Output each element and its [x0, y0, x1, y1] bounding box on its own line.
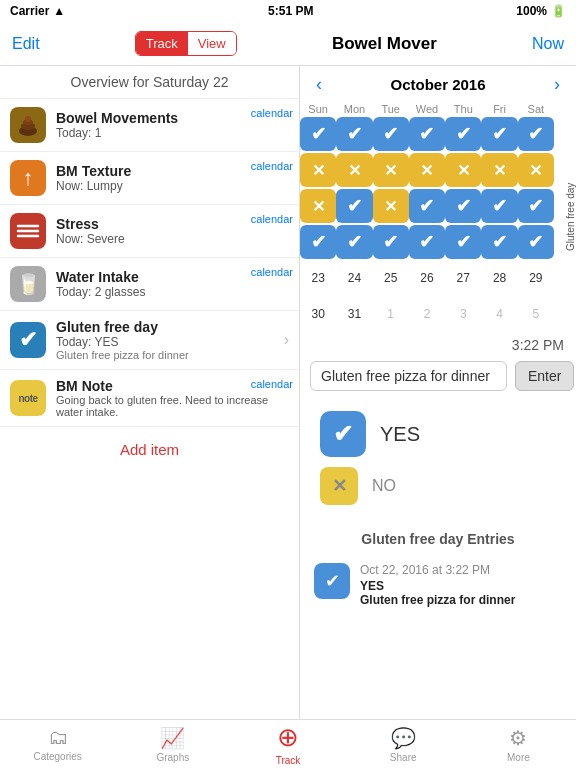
cal-cell[interactable]: 30	[300, 297, 336, 331]
bm-note-calendar-tag: calendar	[251, 378, 293, 390]
cal-cell[interactable]: 5	[518, 297, 554, 331]
status-bar: Carrier ▲ 5:51 PM 100% 🔋	[0, 0, 576, 22]
entry-input[interactable]	[310, 361, 507, 391]
track-toggle[interactable]: Track	[136, 32, 188, 55]
cal-cell[interactable]: 29	[518, 261, 554, 295]
cal-cell[interactable]: ✔	[336, 117, 372, 151]
cal-cell[interactable]: ✕	[481, 153, 517, 187]
bowel-movements-subtitle: Today: 1	[56, 126, 289, 140]
entry-value: YES	[360, 579, 515, 593]
cal-cell[interactable]: ✔	[481, 225, 517, 259]
cal-cell[interactable]: 3	[445, 297, 481, 331]
gluten-free-sub2: Gluten free pizza for dinner	[56, 349, 280, 361]
cal-cell[interactable]: 25	[373, 261, 409, 295]
next-month-button[interactable]: ›	[554, 74, 560, 95]
cal-cell[interactable]: 1	[373, 297, 409, 331]
cal-cell[interactable]: ✕	[300, 189, 336, 223]
status-left: Carrier ▲	[10, 4, 65, 18]
cal-cell[interactable]: 23	[300, 261, 336, 295]
bm-note-icon: note	[10, 380, 46, 416]
cal-cell[interactable]: ✕	[373, 153, 409, 187]
enter-button[interactable]: Enter	[515, 361, 574, 391]
list-item[interactable]: ↑ BM Texture Now: Lumpy calendar	[0, 152, 299, 205]
cal-cell[interactable]: ✕	[409, 153, 445, 187]
cal-cell[interactable]: ✔	[336, 225, 372, 259]
cal-cell[interactable]: ✔	[445, 117, 481, 151]
cal-cell[interactable]: ✔	[481, 117, 517, 151]
gluten-free-item[interactable]: ✔ Gluten free day Today: YES Gluten free…	[0, 311, 299, 370]
cal-cell[interactable]: ✕	[518, 153, 554, 187]
cal-cell[interactable]: ✔	[481, 189, 517, 223]
cal-cell[interactable]: ✔	[518, 225, 554, 259]
list-item[interactable]: Stress Now: Severe calendar	[0, 205, 299, 258]
prev-month-button[interactable]: ‹	[316, 74, 322, 95]
categories-label: Categories	[33, 751, 81, 762]
entry-note: Gluten free pizza for dinner	[360, 593, 515, 607]
stress-icon	[10, 213, 46, 249]
tab-graphs[interactable]: 📈 Graphs	[115, 726, 230, 763]
graphs-icon: 📈	[160, 726, 185, 750]
cal-cell[interactable]: 24	[336, 261, 372, 295]
no-label[interactable]: NO	[372, 477, 396, 495]
cal-cell[interactable]: 26	[409, 261, 445, 295]
nav-bar: Edit Track View Bowel Mover Now	[0, 22, 576, 66]
status-right: 100% 🔋	[516, 4, 566, 18]
tab-track[interactable]: ⊕ Track	[230, 722, 345, 766]
tab-categories[interactable]: 🗂 Categories	[0, 726, 115, 762]
cal-cell[interactable]: ✔	[373, 117, 409, 151]
calendar-row-5: 23 24 25 26 27 28 29	[300, 261, 554, 295]
stress-calendar-tag: calendar	[251, 213, 293, 225]
tab-share[interactable]: 💬 Share	[346, 726, 461, 763]
no-icon[interactable]: ✕	[320, 467, 358, 505]
cal-cell[interactable]: ✔	[300, 225, 336, 259]
cal-cell[interactable]: 31	[336, 297, 372, 331]
add-item-button[interactable]: Add item	[0, 427, 299, 472]
list-item[interactable]: 🥛 Water Intake Today: 2 glasses calendar	[0, 258, 299, 311]
entry-date: Oct 22, 2016 at 3:22 PM	[360, 563, 515, 577]
gluten-free-icon: ✔	[10, 322, 46, 358]
water-icon: 🥛	[10, 266, 46, 302]
entry-card-icon: ✔	[314, 563, 350, 599]
yes-icon[interactable]: ✔	[320, 411, 366, 457]
day-sat: Sat	[518, 103, 554, 115]
cal-cell[interactable]: 28	[481, 261, 517, 295]
edit-button[interactable]: Edit	[12, 35, 40, 53]
entry-card-text: Oct 22, 2016 at 3:22 PM YES Gluten free …	[360, 563, 515, 607]
bm-texture-icon: ↑	[10, 160, 46, 196]
cal-cell[interactable]: ✔	[336, 189, 372, 223]
cal-cell[interactable]: ✕	[373, 189, 409, 223]
calendar-row-3: ✕ ✔ ✕ ✔ ✔ ✔ ✔	[300, 189, 554, 223]
cal-cell[interactable]: ✔	[518, 189, 554, 223]
list-item[interactable]: note BM Note Going back to gluten free. …	[0, 370, 299, 427]
cal-cell[interactable]: 4	[481, 297, 517, 331]
list-item[interactable]: Bowel Movements Today: 1 calendar	[0, 99, 299, 152]
day-thu: Thu	[445, 103, 481, 115]
view-toggle[interactable]: View	[188, 32, 236, 55]
cal-cell[interactable]: ✔	[445, 189, 481, 223]
overview-header: Overview for Saturday 22	[0, 66, 299, 99]
cal-cell[interactable]: ✔	[409, 117, 445, 151]
yes-label[interactable]: YES	[380, 423, 420, 446]
calendar-grid: Sun Mon Tue Wed Thu Fri Sat ✔ ✔ ✔ ✔ ✔ ✔ …	[300, 103, 576, 331]
cal-cell[interactable]: ✔	[409, 189, 445, 223]
cal-cell[interactable]: ✕	[336, 153, 372, 187]
left-panel: Overview for Saturday 22 Bowel Movements…	[0, 66, 300, 719]
now-button[interactable]: Now	[532, 35, 564, 53]
calendar-day-headers: Sun Mon Tue Wed Thu Fri Sat	[300, 103, 554, 115]
cal-cell[interactable]: ✕	[300, 153, 336, 187]
cal-cell[interactable]: ✔	[373, 225, 409, 259]
bm-texture-calendar-tag: calendar	[251, 160, 293, 172]
cal-cell[interactable]: ✕	[445, 153, 481, 187]
cal-cell[interactable]: ✔	[300, 117, 336, 151]
cal-cell[interactable]: ✔	[445, 225, 481, 259]
tab-more[interactable]: ⚙ More	[461, 726, 576, 763]
cal-cell[interactable]: ✔	[409, 225, 445, 259]
cal-cell[interactable]: 2	[409, 297, 445, 331]
main-content: Overview for Saturday 22 Bowel Movements…	[0, 66, 576, 719]
bowel-movements-calendar-tag: calendar	[251, 107, 293, 119]
bm-texture-subtitle: Now: Lumpy	[56, 179, 289, 193]
cal-cell[interactable]: 27	[445, 261, 481, 295]
share-label: Share	[390, 752, 417, 763]
cal-cell[interactable]: ✔	[518, 117, 554, 151]
tab-bar: 🗂 Categories 📈 Graphs ⊕ Track 💬 Share ⚙ …	[0, 719, 576, 768]
